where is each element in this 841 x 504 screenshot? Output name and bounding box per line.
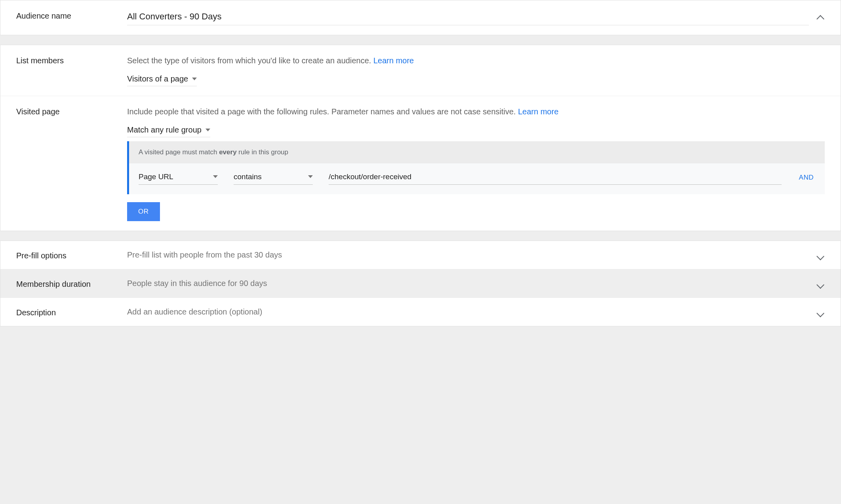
list-members-helper-text: Select the type of visitors from which y… xyxy=(127,56,373,65)
audience-builder: Audience name List members Select the ty… xyxy=(0,0,841,326)
learn-more-link-1[interactable]: Learn more xyxy=(373,56,414,65)
prefill-row[interactable]: Pre-fill options Pre-fill list with peop… xyxy=(0,241,841,269)
caret-down-icon xyxy=(192,78,197,80)
audience-name-label: Audience name xyxy=(16,10,127,21)
audience-name-card: Audience name xyxy=(0,0,841,35)
list-members-row: List members Select the type of visitors… xyxy=(0,45,841,96)
list-members-label: List members xyxy=(16,55,127,65)
description-summary: Add an audience description (optional) xyxy=(127,307,262,316)
visited-page-helper-text: Include people that visited a page with … xyxy=(127,107,518,116)
membership-label: Membership duration xyxy=(16,278,127,289)
learn-more-link-2[interactable]: Learn more xyxy=(518,107,558,116)
or-button[interactable]: OR xyxy=(127,202,160,221)
match-rule-value: Match any rule group xyxy=(127,125,202,135)
match-rule-dropdown[interactable]: Match any rule group xyxy=(127,124,210,137)
visited-page-helper: Include people that visited a page with … xyxy=(127,106,825,117)
rule-operator-dropdown[interactable]: contains xyxy=(234,171,313,185)
audience-name-row: Audience name xyxy=(0,0,841,35)
description-label: Description xyxy=(16,307,127,317)
rule-field-dropdown[interactable]: Page URL xyxy=(139,171,218,185)
list-members-content: Select the type of visitors from which y… xyxy=(127,55,825,86)
visitor-type-dropdown[interactable]: Visitors of a page xyxy=(127,73,197,86)
members-card: List members Select the type of visitors… xyxy=(0,45,841,231)
rule-operator-value: contains xyxy=(234,172,262,181)
caret-down-icon xyxy=(205,129,210,131)
description-row[interactable]: Description Add an audience description … xyxy=(0,298,841,326)
caret-down-icon xyxy=(213,175,218,178)
membership-row[interactable]: Membership duration People stay in this … xyxy=(0,269,841,298)
membership-summary: People stay in this audience for 90 days xyxy=(127,279,267,288)
list-members-helper: Select the type of visitors from which y… xyxy=(127,55,825,66)
rule-field-value: Page URL xyxy=(139,172,173,181)
audience-name-input[interactable] xyxy=(127,10,809,25)
options-card: Pre-fill options Pre-fill list with peop… xyxy=(0,241,841,326)
prefill-label: Pre-fill options xyxy=(16,250,127,260)
and-button[interactable]: AND xyxy=(797,171,815,185)
rule-group: A visited page must match every rule in … xyxy=(127,141,825,194)
visited-page-content: Include people that visited a page with … xyxy=(127,106,825,221)
rule-value-input[interactable] xyxy=(329,171,782,185)
prefill-summary: Pre-fill list with people from the past … xyxy=(127,250,282,259)
visited-page-row: Visited page Include people that visited… xyxy=(0,96,841,231)
rule-group-header-strong: every xyxy=(219,148,236,156)
audience-name-content xyxy=(127,10,825,25)
visited-page-label: Visited page xyxy=(16,106,127,116)
caret-down-icon xyxy=(308,175,313,178)
rule-group-header-post: rule in this group xyxy=(237,148,288,156)
rule-group-header-pre: A visited page must match xyxy=(139,148,219,156)
rule-row: Page URL contains AND xyxy=(129,163,825,194)
rule-group-header: A visited page must match every rule in … xyxy=(129,141,825,163)
visitor-type-value: Visitors of a page xyxy=(127,74,188,83)
